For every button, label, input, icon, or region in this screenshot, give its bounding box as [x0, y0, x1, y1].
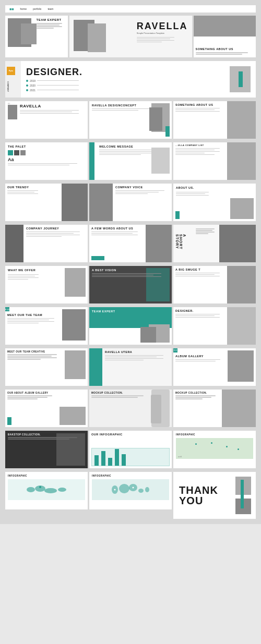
voice-lines — [115, 190, 170, 195]
text-line — [196, 52, 248, 53]
text-line — [175, 110, 215, 111]
slide-company-list[interactable]: ...ULLA COMPANY LIST — [173, 142, 256, 180]
trendy-title: OUR TRENDY — [7, 186, 41, 189]
thankyou-teal — [241, 480, 244, 508]
svg-point-6 — [119, 484, 129, 493]
thankyou-inner: THANK YOU — [176, 475, 253, 516]
journey-content: COMPANY JOURNEY — [26, 227, 86, 238]
bakstop-lines — [8, 437, 85, 440]
slide-mockup2[interactable]: MOCKUP COLLECTION. — [173, 390, 256, 427]
slide-about-us[interactable]: SOMETHING ABOUT US — [173, 101, 256, 139]
text-line — [175, 108, 220, 109]
slide-team-expert2[interactable]: TEAM EXPERT — [89, 307, 172, 345]
slide-creative[interactable]: MEET OUR TEAM CREATIVE — [5, 348, 88, 386]
text-line — [99, 154, 141, 155]
slide-trendy[interactable]: OUR TRENDY — [5, 184, 88, 221]
phone-mockup2 — [151, 395, 161, 423]
slide-design-concept[interactable]: RAVELLA DESIGNCONCEPT — [89, 101, 172, 139]
slide-utera[interactable]: RAVELLA UTERA — [89, 348, 172, 386]
text-line — [37, 28, 54, 29]
aboutus-lines — [176, 192, 212, 197]
slide-aboutus[interactable]: ABOUT US. — [173, 184, 256, 221]
year-label: 2020 — [30, 84, 35, 87]
creative-img — [65, 350, 86, 379]
slide-welcome[interactable]: WELCOME MESSAGE — [89, 142, 172, 180]
slide-infographic1[interactable]: OUR INFOGRAPHIC — [89, 431, 172, 468]
slide-thankyou[interactable]: THANK YOU — [173, 472, 256, 519]
indo-map-placeholder — [8, 479, 85, 500]
team-img — [62, 309, 86, 341]
slide-inner: RAVELLA — [8, 104, 85, 136]
text-line — [92, 275, 153, 276]
aboutus-img — [230, 198, 254, 219]
slide-shortstory[interactable]: A SHORT STORY — [173, 225, 256, 262]
nav-team[interactable]: team — [48, 7, 53, 10]
nav-logo: ■■ — [9, 7, 14, 11]
indo-map-svg — [8, 479, 85, 500]
slide-voice[interactable]: COMPANY VOICE — [89, 184, 172, 221]
album-content: ALBUM GALLERY — [175, 355, 226, 362]
utera-lines — [105, 355, 170, 361]
slide-bakstop[interactable]: BAKSTOP COLLECTION. — [5, 431, 88, 468]
slide-team-expert[interactable]: TEAM EXPERT — [5, 16, 68, 57]
slide-infographic2[interactable]: INFOGRAPHIC world — [173, 431, 256, 468]
text-line — [176, 192, 209, 193]
welcome-img — [151, 148, 170, 174]
slide-offer[interactable]: WHAT WE OFFER — [5, 266, 88, 303]
slide-hero-main[interactable]: RAVELLA Simple Presentation Template — [69, 16, 192, 57]
slide-palet[interactable]: THE PALET Aa — [5, 142, 88, 180]
infographic1-title: OUR INFOGRAPHIC — [91, 433, 123, 436]
nav-portfolio[interactable]: porfolio — [33, 7, 41, 10]
slide-infographic4[interactable]: INFOGRAPHIC — [89, 472, 172, 509]
text-line — [175, 148, 220, 149]
text-line — [175, 315, 215, 317]
section-label: 01 — [8, 103, 10, 105]
text-line — [8, 163, 77, 164]
creative-content: MEET OUR TEAM CREATIVE — [7, 350, 63, 360]
swatch-gray — [20, 150, 26, 155]
text-line — [7, 318, 54, 319]
story-lines — [196, 228, 217, 235]
map-dot — [211, 442, 212, 444]
text-line — [26, 236, 62, 237]
slide-vision[interactable]: A BEST VISION — [89, 266, 172, 303]
swatch-teal — [8, 150, 13, 155]
svg-point-10 — [114, 489, 116, 491]
slide-ravella-title[interactable]: RAVELLA 01 — [5, 101, 88, 139]
slide-ourabout[interactable]: OUR ABOUT ALBUM GALLERY — [5, 390, 88, 427]
designer-lines — [175, 314, 224, 318]
about-title: SOMETHING ABOUT US — [175, 103, 224, 107]
slide-smuge[interactable]: A BIG SMUGE T — [173, 266, 256, 303]
slide-fewwords[interactable]: A FEW WORDS ABOUT US — [89, 225, 172, 262]
nav-home[interactable]: home — [20, 7, 27, 10]
ourabout-content: OUR ABOUT ALBUM GALLERY — [7, 392, 57, 400]
ourabout-teal — [7, 417, 11, 425]
slide-left — [8, 104, 18, 136]
text-line — [7, 323, 39, 324]
text-line — [7, 321, 54, 322]
text-line — [8, 437, 77, 438]
hero-main-title: RAVELLA — [137, 21, 188, 32]
text-line — [7, 359, 41, 360]
text-line — [37, 23, 63, 24]
slide-something-about[interactable]: SOMETHING ABOUT US — [194, 16, 256, 57]
hero-img-woman2 — [88, 23, 106, 52]
text-line — [91, 232, 138, 233]
mockup2-img — [222, 390, 256, 427]
text-line — [37, 25, 60, 26]
slide-mockup1[interactable]: MOCKUP COLLECTION. — [89, 390, 172, 427]
text-line — [26, 235, 80, 236]
fewwords-lines — [91, 232, 143, 236]
slide-album[interactable]: R.02 ALBUM GALLERY — [173, 348, 256, 386]
slide-meet-team[interactable]: R.02 MEET OUR THE TEAM — [5, 307, 88, 345]
ourabout-img — [60, 407, 86, 425]
text-line — [137, 42, 162, 43]
year-line — [37, 80, 79, 81]
list-title: ...ULLA COMPANY LIST — [175, 144, 224, 147]
team-content: MEET OUR THE TEAM — [7, 313, 60, 324]
palet-title: THE PALET — [8, 145, 85, 149]
slide-infographic3[interactable]: INFOGRAPHIC — [5, 472, 88, 509]
slide-designer[interactable]: DESIGNER. — [173, 307, 256, 345]
text-line — [175, 151, 220, 152]
slide-journey[interactable]: COMPANY JOURNEY — [5, 225, 88, 262]
